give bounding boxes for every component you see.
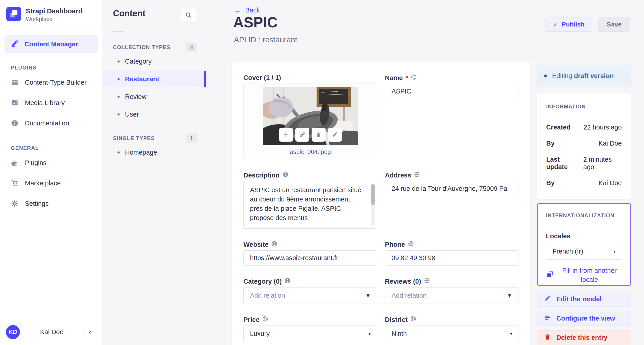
link-icon (299, 130, 306, 140)
delete-media-button[interactable] (312, 128, 326, 142)
subnav-item-restaurant[interactable]: Restaurant (102, 71, 206, 88)
sidebar-item-label: Content-Type Builder (25, 79, 86, 86)
sidebar-item-media-library[interactable]: Media Library (0, 92, 102, 113)
delete-entry-label: Delete this entry (556, 334, 608, 342)
add-media-button[interactable]: + (279, 128, 293, 142)
caret-down-icon: ▾ (613, 249, 616, 254)
draft-prefix: Editing (552, 72, 572, 80)
edit-model-button[interactable]: Edit the model (537, 292, 631, 306)
info-label: Last update (546, 156, 579, 171)
sidebar-item-label: Marketplace (25, 180, 61, 187)
copy-link-button[interactable] (295, 128, 309, 142)
subnav-item-label: Restaurant (125, 76, 160, 83)
bullet-icon (118, 60, 120, 62)
description-text: ASPIC est un restaurant parisien situé a… (250, 186, 362, 222)
cover-filename: aspic_004.jpeg (290, 148, 331, 156)
subnav-item-review[interactable]: Review (102, 88, 206, 105)
strapi-app: Strapi Dashboard Workplace Content Manag… (0, 0, 644, 345)
fill-from-locale-link[interactable]: Fill in from another locale (557, 266, 622, 284)
category-relation-combobox[interactable]: Add relation ▼ (244, 287, 377, 304)
pencil-icon (544, 295, 551, 303)
textarea-scrollbar[interactable] (371, 184, 375, 226)
subnav-item-label: Review (125, 93, 146, 100)
globe-strike-icon (414, 171, 420, 179)
plus-icon: + (283, 130, 288, 140)
back-link[interactable]: ← Back (234, 6, 260, 15)
address-input[interactable]: 24 rue de la Tour d'Auvergne, 75009 Pa (385, 181, 519, 196)
subnav-item-user[interactable]: User (102, 106, 206, 123)
name-label: Name (385, 74, 403, 82)
edit-media-button[interactable] (328, 128, 342, 142)
info-row-updated-by: By Kai Doe (546, 179, 622, 187)
publish-button[interactable]: ✓ Publish (545, 17, 592, 32)
subnav-title: Content (113, 8, 146, 18)
subnav-item-category[interactable]: Category (102, 53, 206, 70)
bullet-icon (118, 152, 120, 154)
name-input[interactable]: ASPIC (385, 84, 519, 99)
description-textarea[interactable]: ASPIC est un restaurant parisien situé a… (244, 181, 377, 229)
image-icon (11, 99, 18, 106)
status-dot-icon (544, 74, 547, 78)
panel-divider (546, 115, 622, 115)
internationalization-panel: INTERNATIONALIZATION Locales French (fr)… (537, 203, 631, 286)
phone-input[interactable]: 09 82 49 30 98 (385, 250, 519, 266)
chevron-left-icon: ‹ (88, 328, 91, 336)
district-select[interactable]: Ninth ▾ (385, 326, 519, 342)
sidebar-item-label: Plugins (25, 159, 46, 166)
price-select[interactable]: Luxury ▾ (244, 326, 377, 342)
subnav-divider (113, 31, 124, 32)
gear-icon (11, 200, 18, 207)
info-label: By (546, 179, 554, 187)
layout-icon (11, 78, 18, 86)
sidebar-item-documentation[interactable]: Documentation (0, 113, 102, 133)
app-title: Strapi Dashboard (26, 7, 82, 15)
website-label: Website (244, 241, 268, 248)
back-label: Back (245, 6, 260, 14)
sidebar-item-content-type-builder[interactable]: Content-Type Builder (0, 72, 102, 92)
search-button[interactable] (181, 8, 196, 23)
subnav-item-homepage[interactable]: Homepage (102, 144, 206, 161)
sidebar-item-label: Documentation (25, 120, 69, 127)
cart-icon (11, 179, 18, 187)
sidebar-footer: KD Kai Doe ‹ (0, 319, 102, 345)
avatar[interactable]: KD (6, 325, 20, 339)
sidebar-item-plugins[interactable]: Plugins (0, 152, 102, 173)
info-label: Created (546, 124, 571, 131)
sidebar-item-marketplace[interactable]: Marketplace (0, 173, 102, 193)
trash-icon (544, 334, 551, 342)
brand: Strapi Dashboard Workplace (0, 0, 102, 29)
caret-down-icon: ▾ (510, 331, 512, 336)
reviews-relation-combobox[interactable]: Add relation ▼ (385, 287, 519, 304)
nav-section-plugins: PLUGINS (11, 65, 102, 71)
delete-entry-button[interactable]: Delete this entry (537, 330, 631, 345)
main-sidebar: Strapi Dashboard Workplace Content Manag… (0, 0, 102, 345)
price-label: Price (244, 316, 260, 324)
globe-strike-icon (424, 278, 430, 285)
strapi-logo-icon (6, 7, 21, 23)
district-field: District Ninth ▾ (385, 316, 519, 342)
configure-lines-icon (544, 314, 551, 322)
subnav-item-label: User (125, 111, 139, 118)
info-row-last-update: Last update 2 minutes ago (546, 156, 622, 171)
bullet-icon (118, 96, 120, 98)
website-input[interactable]: https://www.aspic-restaurant.fr (244, 250, 377, 266)
entry-form-card: Cover (1 / 1) (232, 62, 530, 345)
globe-strike-icon (271, 241, 278, 248)
group-label-collection-types: COLLECTION TYPES (113, 44, 170, 50)
info-value: Kai Doe (598, 140, 622, 147)
save-button[interactable]: Save (598, 17, 630, 32)
locale-select[interactable]: French (fr) ▾ (546, 243, 622, 260)
sidebar-item-settings[interactable]: Settings (0, 193, 102, 214)
collapse-sidebar-button[interactable]: ‹ (84, 325, 96, 339)
configure-view-button[interactable]: Configure the view (537, 311, 631, 326)
scrollbar-thumb[interactable] (371, 184, 375, 205)
info-value: Kai Doe (598, 179, 622, 187)
description-label: Description (244, 172, 280, 179)
single-types-count-badge: 1 (186, 134, 197, 143)
page-title: ASPIC (233, 14, 278, 31)
puzzle-icon (11, 159, 18, 166)
sidebar-item-content-manager[interactable]: Content Manager (4, 35, 98, 53)
category-field: Category (0) Add relation ▼ (244, 278, 377, 304)
price-value: Luxury (250, 330, 270, 338)
edit-model-label: Edit the model (556, 296, 602, 303)
